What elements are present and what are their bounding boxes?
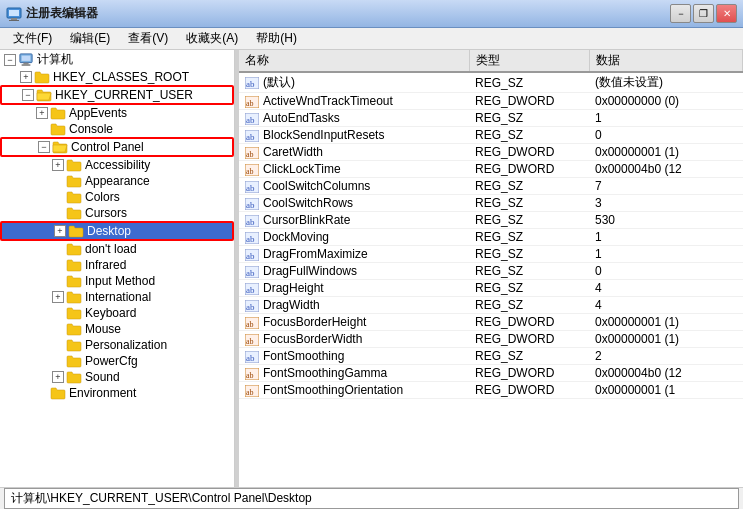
tree-item-mouse[interactable]: Mouse <box>0 321 234 337</box>
cell-data-12: 4 <box>589 280 743 297</box>
tree-item-international[interactable]: + International <box>0 289 234 305</box>
table-row[interactable]: ab (默认)REG_SZ(数值未设置) <box>239 72 743 93</box>
reg-type-icon-6: ab <box>245 181 259 192</box>
reg-type-icon-1: ab <box>245 96 259 107</box>
tree-item-inputmethod[interactable]: Input Method <box>0 273 234 289</box>
expand-btn-hkcr[interactable]: + <box>20 71 32 83</box>
cell-name-14: ab FocusBorderHeight <box>239 314 469 331</box>
reg-type-icon-3: ab <box>245 130 259 141</box>
table-row[interactable]: ab FontSmoothingGammaREG_DWORD0x000004b0… <box>239 365 743 382</box>
restore-button[interactable]: ❐ <box>693 4 714 23</box>
tree-item-cursors[interactable]: Cursors <box>0 205 234 221</box>
svg-text:ab: ab <box>246 251 255 261</box>
expand-placeholder-personalization <box>52 339 64 351</box>
cell-name-8: ab CursorBlinkRate <box>239 212 469 229</box>
menu-item-view[interactable]: 查看(V) <box>119 27 177 50</box>
tree-item-accessibility[interactable]: + Accessibility <box>0 157 234 173</box>
expand-btn-sound[interactable]: + <box>52 371 64 383</box>
table-row[interactable]: ab CursorBlinkRateREG_SZ530 <box>239 212 743 229</box>
table-row[interactable]: ab FocusBorderWidthREG_DWORD0x00000001 (… <box>239 331 743 348</box>
tree-item-environment[interactable]: Environment <box>0 385 234 401</box>
expand-btn-international[interactable]: + <box>52 291 64 303</box>
tree-item-hkcu[interactable]: − HKEY_CURRENT_USER <box>2 87 232 103</box>
expand-btn-hkcu[interactable]: − <box>22 89 34 101</box>
tree-item-powercfg[interactable]: PowerCfg <box>0 353 234 369</box>
tree-label-controlpanel: Control Panel <box>71 140 144 154</box>
expand-placeholder-console <box>36 123 48 135</box>
table-row[interactable]: ab ClickLockTimeREG_DWORD0x000004b0 (12 <box>239 161 743 178</box>
menu-item-file[interactable]: 文件(F) <box>4 27 61 50</box>
table-row[interactable]: ab DragWidthREG_SZ4 <box>239 297 743 314</box>
table-row[interactable]: ab BlockSendInputResetsREG_SZ0 <box>239 127 743 144</box>
tree-item-controlpanel[interactable]: − Control Panel <box>2 139 232 155</box>
expand-btn-accessibility[interactable]: + <box>52 159 64 171</box>
expand-placeholder-colors <box>52 191 64 203</box>
tree-label-appevents: AppEvents <box>69 106 127 120</box>
col-name-header: 名称 <box>239 50 469 72</box>
svg-rect-5 <box>22 55 31 60</box>
tree-item-appevents[interactable]: + AppEvents <box>0 105 234 121</box>
tree-item-desktop[interactable]: + Desktop <box>2 223 232 239</box>
tree-item-personalization[interactable]: Personalization <box>0 337 234 353</box>
reg-type-icon-13: ab <box>245 300 259 311</box>
reg-type-icon-2: ab <box>245 113 259 124</box>
folder-icon-appevents <box>50 106 66 120</box>
tree-item-dontload[interactable]: don't load <box>0 241 234 257</box>
tree-item-keyboard[interactable]: Keyboard <box>0 305 234 321</box>
svg-text:ab: ab <box>246 320 254 329</box>
close-button[interactable]: ✕ <box>716 4 737 23</box>
tree-item-computer[interactable]: − 计算机 <box>0 50 234 69</box>
tree-label-keyboard: Keyboard <box>85 306 136 320</box>
folder-icon-sound <box>66 370 82 384</box>
expand-btn-desktop[interactable]: + <box>54 225 66 237</box>
table-row[interactable]: ab FontSmoothingOrientationREG_DWORD0x00… <box>239 382 743 399</box>
table-row[interactable]: ab DragFullWindowsREG_SZ0 <box>239 263 743 280</box>
menu-item-favorites[interactable]: 收藏夹(A) <box>177 27 247 50</box>
expand-btn-computer[interactable]: − <box>4 54 16 66</box>
cell-data-1: 0x00000000 (0) <box>589 93 743 110</box>
table-row[interactable]: ab DockMovingREG_SZ1 <box>239 229 743 246</box>
cell-name-16: ab FontSmoothing <box>239 348 469 365</box>
table-row[interactable]: ab FontSmoothingREG_SZ2 <box>239 348 743 365</box>
menu-item-edit[interactable]: 编辑(E) <box>61 27 119 50</box>
tree-label-appearance: Appearance <box>85 174 150 188</box>
expand-placeholder-infrared <box>52 259 64 271</box>
folder-icon-colors <box>66 190 82 204</box>
computer-icon <box>18 53 34 67</box>
table-row[interactable]: ab DragFromMaximizeREG_SZ1 <box>239 246 743 263</box>
cell-data-17: 0x000004b0 (12 <box>589 365 743 382</box>
tree-item-colors[interactable]: Colors <box>0 189 234 205</box>
reg-type-icon-0: ab <box>245 77 259 88</box>
reg-type-icon-15: ab <box>245 334 259 345</box>
reg-type-icon-16: ab <box>245 351 259 362</box>
tree-item-infrared[interactable]: Infrared <box>0 257 234 273</box>
cell-data-14: 0x00000001 (1) <box>589 314 743 331</box>
tree-item-console[interactable]: Console <box>0 121 234 137</box>
cell-type-7: REG_SZ <box>469 195 589 212</box>
tree-item-appearance[interactable]: Appearance <box>0 173 234 189</box>
tree-item-hkcr[interactable]: + HKEY_CLASSES_ROOT <box>0 69 234 85</box>
folder-icon-hkcu <box>36 88 52 102</box>
cell-name-5: ab ClickLockTime <box>239 161 469 178</box>
registry-table: 名称 类型 数据 ab (默认)REG_SZ(数值未设置) ab ActiveW… <box>239 50 743 399</box>
table-row[interactable]: ab AutoEndTasksREG_SZ1 <box>239 110 743 127</box>
cell-data-9: 1 <box>589 229 743 246</box>
menu-bar: 文件(F)编辑(E)查看(V)收藏夹(A)帮助(H) <box>0 28 743 50</box>
expand-btn-appevents[interactable]: + <box>36 107 48 119</box>
status-path: 计算机\HKEY_CURRENT_USER\Control Panel\Desk… <box>4 488 739 509</box>
cell-type-6: REG_SZ <box>469 178 589 195</box>
cell-data-11: 0 <box>589 263 743 280</box>
table-row[interactable]: ab ActiveWndTrackTimeoutREG_DWORD0x00000… <box>239 93 743 110</box>
menu-item-help[interactable]: 帮助(H) <box>247 27 306 50</box>
table-row[interactable]: ab CoolSwitchRowsREG_SZ3 <box>239 195 743 212</box>
cell-name-0: ab (默认) <box>239 72 469 93</box>
expand-btn-controlpanel[interactable]: − <box>38 141 50 153</box>
table-row[interactable]: ab CaretWidthREG_DWORD0x00000001 (1) <box>239 144 743 161</box>
table-row[interactable]: ab FocusBorderHeightREG_DWORD0x00000001 … <box>239 314 743 331</box>
minimize-button[interactable]: － <box>670 4 691 23</box>
tree-item-sound[interactable]: + Sound <box>0 369 234 385</box>
table-row[interactable]: ab DragHeightREG_SZ4 <box>239 280 743 297</box>
folder-icon-console <box>50 122 66 136</box>
table-row[interactable]: ab CoolSwitchColumnsREG_SZ7 <box>239 178 743 195</box>
tree-label-infrared: Infrared <box>85 258 126 272</box>
